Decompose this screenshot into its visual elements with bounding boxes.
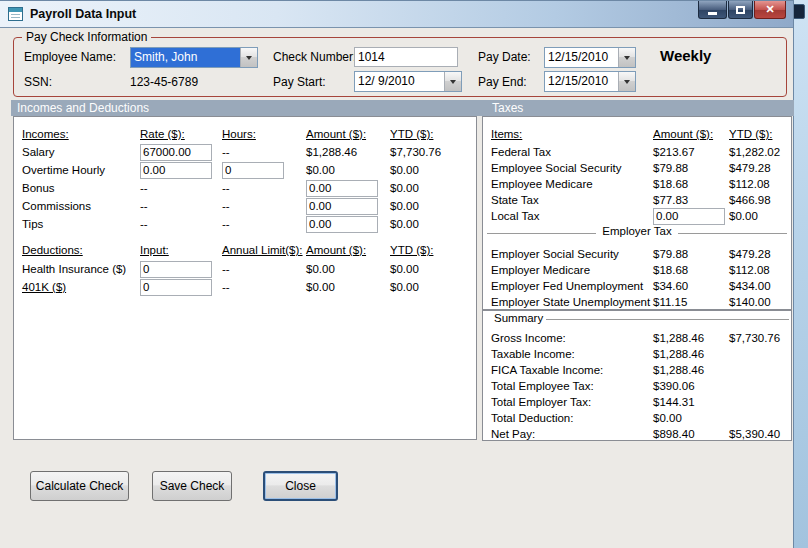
cell-ytd: $0.00 <box>390 263 474 275</box>
minimize-button[interactable] <box>698 1 727 19</box>
cell-ytd: $0.00 <box>390 200 474 212</box>
items-col-header: Items: <box>491 128 653 140</box>
cell-amount: $34.60 <box>653 280 729 292</box>
income-row-bonus: Bonus -- -- $0.00 <box>22 179 474 197</box>
employee-name-select[interactable]: Smith, John <box>130 47 258 68</box>
title-bar[interactable]: Payroll Data Input ✕ <box>0 1 793 28</box>
row-label: Bonus <box>22 182 140 194</box>
cell-amount: $0.00 <box>653 412 729 424</box>
bonus-amount-input[interactable] <box>306 180 378 197</box>
summary-group-line <box>545 319 789 320</box>
incomes-deductions-header: Incomes and Deductions <box>17 100 149 116</box>
row-label: Net Pay: <box>491 428 653 440</box>
row-label: Employer Medicare <box>491 264 653 276</box>
row-label: Employee Medicare <box>491 178 653 190</box>
chevron-down-icon[interactable] <box>240 48 257 67</box>
pay-start-value: 12/ 9/2010 <box>355 72 444 91</box>
minimize-icon <box>708 12 717 15</box>
cell-ytd: $479.28 <box>729 162 789 174</box>
chevron-down-icon[interactable] <box>618 48 635 67</box>
income-row-overtime: Overtime Hourly $0.00 $0.00 <box>22 161 474 179</box>
close-icon: ✕ <box>765 4 774 15</box>
employer-tax-label: Employer Tax <box>596 225 677 237</box>
save-check-button[interactable]: Save Check <box>152 471 232 501</box>
cell-amount: $1,288.46 <box>653 364 729 376</box>
close-dialog-button[interactable]: Close <box>263 471 338 501</box>
rate-col-header: Rate ($): <box>140 128 222 140</box>
close-button[interactable]: ✕ <box>754 1 786 19</box>
income-row-tips: Tips -- -- $0.00 <box>22 215 474 233</box>
health-insurance-input[interactable] <box>140 261 212 278</box>
cell-rate: -- <box>140 200 222 212</box>
maximize-button[interactable] <box>728 1 753 19</box>
cell-amount: $0.00 <box>306 263 390 275</box>
row-label: Tips <box>22 218 140 230</box>
taxes-panel: Items: Amount ($): YTD ($): Federal Tax … <box>482 116 792 310</box>
row-label: Salary <box>22 146 140 158</box>
row-label: FICA Taxable Income: <box>491 364 653 376</box>
pay-date-label: Pay Date: <box>478 50 531 64</box>
hours-col-header: Hours: <box>222 128 306 140</box>
row-label: Employer Fed Unemployment <box>491 280 653 292</box>
salary-rate-input[interactable] <box>140 144 212 161</box>
amount-col-header: Amount ($): <box>306 244 390 256</box>
cell-ytd: $0.00 <box>390 218 474 230</box>
payroll-window: Payroll Data Input ✕ Pay Check Informati… <box>0 0 794 548</box>
check-number-label: Check Number: <box>273 50 356 64</box>
cell-ytd: $0.00 <box>390 164 474 176</box>
pay-end-value: 12/15/2010 <box>545 72 618 91</box>
incomes-header-row: Incomes: Rate ($): Hours: Amount ($): YT… <box>22 125 474 143</box>
overtime-hours-input[interactable] <box>222 162 284 179</box>
local-tax-input[interactable] <box>653 208 725 225</box>
summary-row-net-pay: Net Pay: $898.40 $5,390.40 <box>491 425 789 443</box>
cell-ytd: $479.28 <box>729 248 789 260</box>
pay-frequency-label: Weekly <box>660 47 711 64</box>
cell-ytd: $1,282.02 <box>729 146 789 158</box>
401k-input[interactable] <box>140 279 212 296</box>
taxes-header: Taxes <box>492 100 523 116</box>
cell-ytd: $7,730.76 <box>729 332 789 344</box>
row-label: Commissions <box>22 200 140 212</box>
cell-amount: $898.40 <box>653 428 729 440</box>
cell-amount: $390.06 <box>653 380 729 392</box>
income-row-commissions: Commissions -- -- $0.00 <box>22 197 474 215</box>
deduction-row-401k: 401K ($) -- $0.00 $0.00 <box>22 278 474 296</box>
summary-panel: Summary Gross Income: $1,288.46 $7,730.7… <box>482 310 792 441</box>
pay-date-value: 12/15/2010 <box>545 48 618 67</box>
row-label: Local Tax <box>491 210 653 222</box>
cell-ytd: $0.00 <box>390 182 474 194</box>
overtime-rate-input[interactable] <box>140 162 212 179</box>
employee-name-value: Smith, John <box>131 48 240 67</box>
row-label: Employee Social Security <box>491 162 653 174</box>
cell-amount: $79.88 <box>653 248 729 260</box>
deduction-401k-link[interactable]: 401K ($) <box>22 281 140 293</box>
cell-amount: $1,288.46 <box>306 146 390 158</box>
app-icon <box>8 7 23 21</box>
row-label: Total Deduction: <box>491 412 653 424</box>
cell-amount: $79.88 <box>653 162 729 174</box>
cell-ytd: $434.00 <box>729 280 789 292</box>
chevron-down-icon[interactable] <box>618 72 635 91</box>
commissions-amount-input[interactable] <box>306 198 378 215</box>
cell-limit: -- <box>222 263 306 275</box>
row-label: Total Employee Tax: <box>491 380 653 392</box>
pay-end-picker[interactable]: 12/15/2010 <box>544 71 636 92</box>
calculate-check-button[interactable]: Calculate Check <box>30 471 129 501</box>
cell-amount: $0.00 <box>306 281 390 293</box>
cell-ytd: $140.00 <box>729 296 789 308</box>
ssn-value: 123-45-6789 <box>130 75 198 89</box>
check-number-input[interactable] <box>354 47 458 67</box>
cell-hours: -- <box>222 146 306 158</box>
amount-col-header: Amount ($): <box>306 128 390 140</box>
summary-group-label: Summary <box>491 312 546 324</box>
taxes-header-row: Items: Amount ($): YTD ($): <box>491 125 789 143</box>
pay-date-picker[interactable]: 12/15/2010 <box>544 47 636 68</box>
cell-ytd: $112.08 <box>729 264 789 276</box>
chevron-down-icon[interactable] <box>444 72 461 91</box>
cell-amount: $213.67 <box>653 146 729 158</box>
incomes-col-header: Incomes: <box>22 128 140 140</box>
ytd-col-header: YTD ($): <box>390 128 474 140</box>
cell-amount: $1,288.46 <box>653 332 729 344</box>
tips-amount-input[interactable] <box>306 216 378 233</box>
pay-start-picker[interactable]: 12/ 9/2010 <box>354 71 462 92</box>
